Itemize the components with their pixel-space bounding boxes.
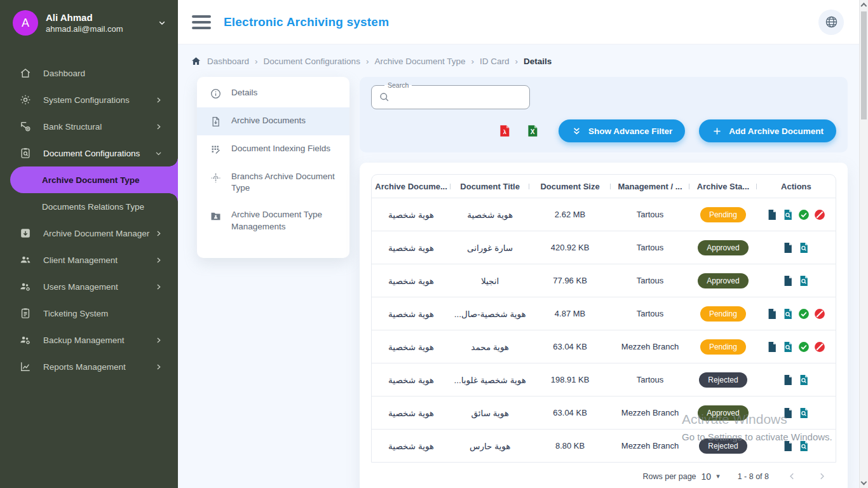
scroll-down-icon[interactable]	[860, 478, 868, 488]
sidebar-item[interactable]: Archive Document Manager	[0, 220, 178, 247]
breadcrumb-separator: ›	[255, 57, 258, 66]
reject-icon[interactable]	[813, 308, 826, 320]
file-icon[interactable]	[766, 208, 778, 221]
pagination-nav	[787, 471, 827, 482]
tab-document-indexing-fields[interactable]: Document Indexing Fields	[197, 135, 349, 163]
archive-icon	[19, 227, 33, 240]
sidebar-item[interactable]: Dashboard	[0, 60, 178, 86]
sidebar-item[interactable]: Client Management	[0, 247, 178, 273]
cell-document-title: هوية سائق	[451, 408, 529, 418]
table-row: هوية شخصيةسارة غورانى420.92 KBTartousApp…	[372, 231, 836, 264]
sidebar-item-label: Ticketing System	[43, 309, 163, 318]
file-search-icon[interactable]	[782, 208, 794, 221]
sidebar-nav: DashboardSystem ConfigurationsBank Struc…	[0, 60, 178, 380]
file-search-icon[interactable]	[782, 308, 794, 320]
tab-branchs-archive-document-type[interactable]: Branchs Archive Document Type	[197, 163, 349, 201]
home-icon[interactable]	[191, 56, 201, 67]
sidebar-item[interactable]: Backup Management	[0, 327, 178, 353]
cell-status: Pending	[689, 339, 757, 355]
reject-icon[interactable]	[813, 208, 826, 221]
filter-panel: Search λ X	[360, 77, 848, 152]
breadcrumb-item[interactable]: Document Configurations	[264, 57, 360, 66]
next-page-icon[interactable]	[817, 471, 827, 482]
window-scrollbar[interactable]	[859, 0, 868, 488]
file-icon[interactable]	[782, 241, 794, 254]
status-badge: Pending	[700, 306, 746, 322]
file-icon[interactable]	[766, 341, 778, 353]
cell-document-title: سارة غورانى	[451, 243, 529, 253]
cell-document-size: 63.04 KB	[529, 342, 611, 351]
status-badge: Approved	[698, 273, 748, 288]
sidebar-subitem[interactable]: Archive Document Type	[10, 166, 178, 193]
sidebar-item[interactable]: Ticketing System	[0, 300, 178, 327]
language-button[interactable]	[818, 10, 844, 35]
table-row: هوية شخصيةهوية سائق63.04 KBMezzeh Branch…	[372, 396, 836, 429]
tab-archive-documents[interactable]: Archive Documents	[197, 107, 349, 135]
file-search-icon[interactable]	[797, 407, 810, 419]
file-icon[interactable]	[782, 274, 794, 287]
reject-icon[interactable]	[813, 341, 826, 353]
rows-per-page-select[interactable]: Rows per page 10 ▾	[642, 471, 719, 482]
scroll-up-icon[interactable]	[860, 0, 868, 10]
cell-actions	[757, 440, 836, 452]
rows-per-page-label: Rows per page	[642, 472, 696, 481]
breadcrumb-item[interactable]: ID Card	[480, 57, 510, 66]
cell-document-title: هوية شخصية-صال...	[451, 309, 529, 319]
sidebar-item[interactable]: System Configurations	[0, 86, 178, 113]
export-excel-icon[interactable]: X	[526, 123, 539, 139]
table-row: هوية شخصيةهوية شخصية2.62 MBTartousPendin…	[372, 198, 836, 231]
scrollbar-thumb[interactable]	[861, 11, 867, 119]
file-search-icon[interactable]	[797, 440, 810, 452]
cell-management: Tartous	[611, 243, 689, 252]
add-archive-document-button[interactable]: Add Archive Document	[699, 119, 836, 142]
tab-label: Document Indexing Fields	[231, 143, 330, 154]
search-input[interactable]	[395, 92, 523, 102]
column-header[interactable]: Archive Docume...	[372, 182, 451, 191]
add-archive-document-label: Add Archive Document	[729, 126, 824, 136]
cell-actions	[757, 208, 836, 221]
file-search-icon[interactable]	[782, 341, 794, 353]
approve-icon[interactable]	[797, 308, 810, 320]
approve-icon[interactable]	[797, 341, 810, 353]
column-header[interactable]: Document Size	[529, 182, 611, 191]
breadcrumb-item[interactable]: Archive Document Type	[374, 57, 465, 66]
previous-page-icon[interactable]	[787, 471, 797, 482]
sidebar-subitem[interactable]: Documents Relations Type	[0, 193, 178, 220]
table-row: هوية شخصيةانجيلا77.96 KBTartousApproved	[372, 264, 836, 297]
tab-archive-document-type-managements[interactable]: Archive Document Type Managements	[197, 201, 349, 240]
sidebar-item[interactable]: Bank Structural	[0, 113, 178, 140]
column-header[interactable]: Archive Sta...	[689, 182, 757, 191]
file-icon[interactable]	[782, 374, 794, 386]
show-advance-filter-label: Show Advance Filter	[588, 126, 672, 136]
file-search-icon[interactable]	[797, 274, 810, 287]
cell-document-size: 77.96 KB	[529, 276, 611, 285]
user-profile[interactable]: A Ali Ahmad ahmad.ali@mail.com	[0, 0, 178, 44]
file-icon[interactable]	[782, 407, 794, 419]
tab-label: Details	[231, 87, 257, 98]
cell-management: Mezzeh Branch	[611, 342, 689, 351]
file-search-icon[interactable]	[797, 241, 810, 254]
approve-icon[interactable]	[797, 208, 810, 221]
column-header[interactable]: Actions	[757, 182, 836, 191]
export-pdf-icon[interactable]: λ	[498, 123, 512, 139]
toolbar-actions: λ X Show Advance Filter	[371, 119, 836, 142]
sidebar-item[interactable]: Users Management	[0, 273, 178, 300]
sidebar-item[interactable]: Document Configurations	[0, 140, 178, 166]
column-header[interactable]: Management / ...	[611, 182, 689, 191]
file-search-icon[interactable]	[797, 374, 810, 386]
file-download-icon	[210, 116, 222, 128]
menu-icon[interactable]	[192, 15, 211, 29]
chevron-right-icon	[154, 283, 163, 291]
sidebar-item[interactable]: Reports Management	[0, 353, 178, 380]
column-header[interactable]: Document Title	[451, 182, 529, 191]
file-icon[interactable]	[782, 440, 794, 452]
cell-archive-document-type: هوية شخصية	[372, 375, 451, 385]
chevron-right-icon	[154, 123, 163, 131]
cell-management: Tartous	[611, 375, 689, 384]
show-advance-filter-button[interactable]: Show Advance Filter	[559, 119, 685, 142]
tab-details[interactable]: Details	[197, 79, 349, 107]
cell-actions	[757, 374, 836, 386]
breadcrumb-item[interactable]: Dashboard	[207, 57, 249, 66]
table-row: هوية شخصيةهوية شخصية غلوبا...198.91 KBTa…	[372, 363, 836, 396]
file-icon[interactable]	[766, 308, 778, 320]
